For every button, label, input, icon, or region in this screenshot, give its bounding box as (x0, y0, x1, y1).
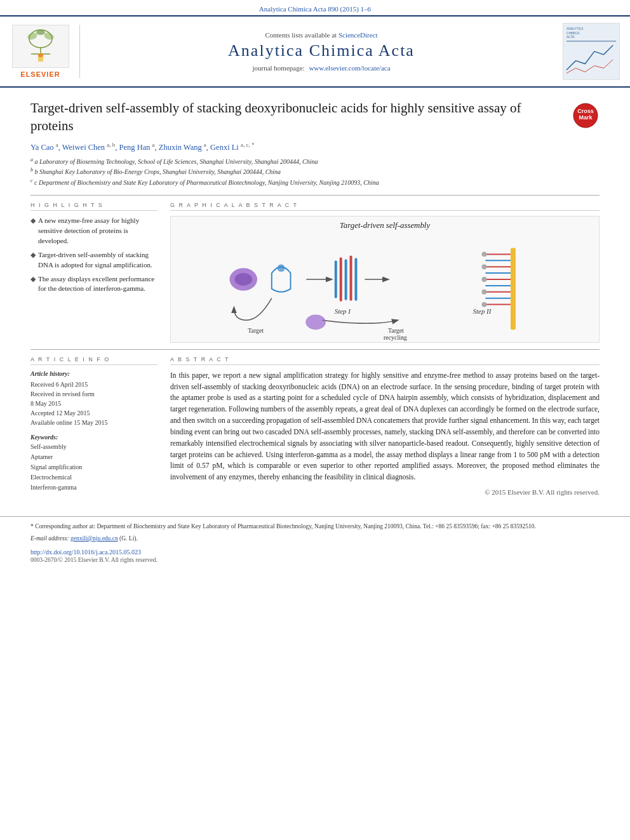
keyword-1: Self-assembly (30, 442, 158, 452)
article-body: Target-driven self-assembly of stacking … (0, 88, 630, 507)
affiliation-a: a a Laboratory of Biosensing Technology,… (30, 156, 600, 166)
highlights-graphical-row: H I G H L I G H T S ◆ A new enzyme-free … (30, 202, 600, 343)
affiliation-b: b b Shanghai Key Laboratory of Bio-Energ… (30, 166, 600, 177)
svg-point-41 (481, 251, 486, 257)
abstract-section: A B S T R A C T In this paper, we report… (170, 356, 600, 496)
footer-divider (0, 516, 630, 517)
abstract-label: A B S T R A C T (170, 356, 600, 365)
svg-rect-25 (340, 257, 342, 301)
keywords-label: Keywords: (30, 434, 158, 441)
article-info-abstract-row: A R T I C L E I N F O Article history: R… (30, 356, 600, 496)
history-accepted: Accepted 12 May 2015 (30, 408, 158, 418)
svg-text:Cross: Cross (577, 108, 594, 114)
svg-point-45 (481, 302, 486, 307)
svg-text:ACTA: ACTA (566, 36, 575, 39)
svg-rect-24 (335, 260, 337, 298)
authors-line: Ya Cao a, Weiwei Chen a, b, Peng Han a, … (30, 142, 600, 152)
svg-point-8 (38, 53, 43, 57)
svg-text:Target: Target (248, 327, 264, 334)
svg-text:Step II: Step II (473, 307, 492, 315)
svg-point-42 (481, 264, 486, 269)
journal-title: Analytica Chimica Acta (89, 41, 554, 60)
issn-line: 0003-2670/© 2015 Elsevier B.V. All right… (0, 557, 630, 563)
footer-notes: * Corresponding author at: Department of… (0, 522, 630, 543)
article-title: Target-driven self-assembly of stacking … (30, 99, 561, 135)
svg-point-49 (305, 314, 326, 330)
svg-point-44 (481, 290, 486, 295)
graphical-abstract-section: G R A P H I C A L A B S T R A C T Target… (170, 202, 600, 343)
bullet-icon: ◆ (30, 250, 36, 270)
svg-rect-13 (566, 41, 616, 41)
keyword-3: Signal amplification (30, 462, 158, 472)
highlight-item-2: ◆ Target-driven self-assembly of stackin… (30, 250, 158, 270)
highlight-item-1: ◆ A new enzyme-free assay for highly sen… (30, 216, 158, 246)
keyword-5: Interferon-gamma (30, 483, 158, 493)
svg-rect-27 (350, 255, 352, 300)
svg-text:Target: Target (388, 327, 404, 334)
svg-point-21 (278, 264, 285, 272)
svg-point-6 (36, 30, 45, 35)
affiliation-c: c c Department of Biochemistry and State… (30, 177, 600, 187)
history-received: Received 6 April 2015 (30, 380, 158, 389)
elsevier-label: ELSEVIER (20, 70, 60, 78)
highlights-label: H I G H L I G H T S (30, 202, 158, 211)
article-info-section: A R T I C L E I N F O Article history: R… (30, 356, 158, 496)
divider-2 (30, 349, 600, 350)
email-label: E-mail address: (30, 535, 69, 542)
corresponding-author-note: * Corresponding author at: Department of… (30, 522, 600, 531)
email-line: E-mail address: genxili@nju.edu.cn (G. L… (30, 534, 600, 543)
history-label: Article history: (30, 370, 158, 377)
copyright-text: © 2015 Elsevier B.V. All rights reserved… (170, 488, 600, 496)
doi-line[interactable]: http://dx.doi.org/10.1016/j.aca.2015.05.… (0, 549, 630, 556)
journal-center: Contents lists available at ScienceDirec… (89, 31, 554, 72)
keyword-4: Electrochemical (30, 472, 158, 483)
svg-rect-26 (345, 259, 347, 300)
highlight-item-3: ◆ The assay displays excellent performan… (30, 274, 158, 295)
svg-text:CHIMICA: CHIMICA (566, 32, 580, 35)
crossmark-badge[interactable]: Cross Mark (572, 102, 600, 130)
email-link[interactable]: genxili@nju.edu.cn (70, 535, 118, 542)
elsevier-logo-block: ELSEVIER (10, 25, 80, 78)
abstract-text: In this paper, we report a new signal am… (170, 370, 600, 483)
journal-header: ELSEVIER Contents lists available at Sci… (0, 17, 630, 88)
history-revised-date: 8 May 2015 (30, 399, 158, 408)
doi-link[interactable]: http://dx.doi.org/10.1016/j.aca.2015.05.… (30, 549, 141, 556)
homepage-prefix: journal homepage: (252, 64, 304, 72)
svg-point-43 (481, 277, 486, 282)
svg-text:Mark: Mark (579, 114, 593, 121)
history-revised-label: Received in revised form (30, 389, 158, 399)
highlights-list: ◆ A new enzyme-free assay for highly sen… (30, 216, 158, 295)
bullet-icon: ◆ (30, 274, 36, 295)
svg-text:Target-driven self-assembly: Target-driven self-assembly (340, 221, 431, 230)
science-direct-link[interactable]: ScienceDirect (338, 31, 378, 39)
keywords-list: Self-assembly Aptamer Signal amplificati… (30, 442, 158, 493)
email-suffix: (G. Li). (119, 535, 138, 542)
journal-homepage: journal homepage: www.elsevier.com/locat… (89, 64, 554, 72)
history-online: Available online 15 May 2015 (30, 418, 158, 427)
graphical-abstract-image: Target-driven self-assembly (170, 216, 600, 343)
science-direct-line: Contents lists available at ScienceDirec… (89, 31, 554, 39)
svg-text:recycling: recycling (384, 334, 407, 341)
journal-citation: Analytica Chimica Acta 890 (2015) 1–6 (0, 0, 630, 17)
journal-thumbnail: ANALYTICA CHIMICA ACTA (563, 23, 620, 80)
homepage-link[interactable]: www.elsevier.com/locate/aca (309, 64, 390, 72)
affiliations-block: a a Laboratory of Biosensing Technology,… (30, 156, 600, 187)
svg-rect-28 (354, 258, 357, 300)
science-direct-prefix: Contents lists available at (265, 31, 337, 39)
divider-1 (30, 195, 600, 196)
elsevier-logo-image (12, 25, 69, 68)
svg-text:Step I: Step I (335, 307, 351, 315)
graphical-abstract-label: G R A P H I C A L A B S T R A C T (170, 202, 600, 211)
svg-text:ANALYTICA: ANALYTICA (566, 27, 584, 30)
svg-rect-31 (511, 248, 516, 330)
journal-citation-text: Analytica Chimica Acta 890 (2015) 1–6 (259, 5, 371, 13)
keyword-2: Aptamer (30, 452, 158, 462)
article-info-label: A R T I C L E I N F O (30, 356, 158, 365)
title-section: Target-driven self-assembly of stacking … (30, 99, 600, 135)
bullet-icon: ◆ (30, 216, 36, 246)
highlights-section: H I G H L I G H T S ◆ A new enzyme-free … (30, 202, 158, 343)
svg-point-20 (234, 273, 252, 286)
page: Analytica Chimica Acta 890 (2015) 1–6 (0, 0, 630, 840)
